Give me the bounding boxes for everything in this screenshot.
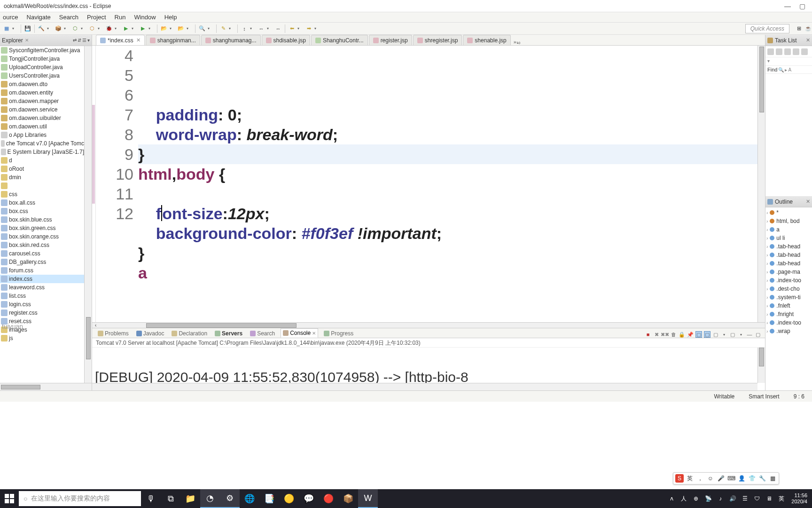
app-icon[interactable]: 🟡 [279, 489, 299, 508]
tray-icon[interactable]: 🖥 [765, 494, 773, 503]
browser-icon[interactable]: 🌐 [240, 489, 259, 508]
tree-item[interactable]: register.css [0, 309, 84, 317]
dropdown-icon[interactable]: ▾ [148, 26, 152, 31]
expand-icon[interactable]: › [766, 244, 768, 249]
editor-tab[interactable]: ShanghuContr... [311, 35, 368, 45]
search-icon[interactable]: 🔍 [778, 67, 784, 72]
tool-icon[interactable] [776, 48, 782, 55]
tab-search[interactable]: Search [248, 329, 277, 338]
dropdown-icon[interactable]: ▾ [187, 26, 190, 31]
outline-item[interactable]: ›html, bod [766, 217, 811, 225]
outline-item[interactable]: ›a [766, 225, 811, 234]
taskbar-clock[interactable]: 11:56 2020/4 [789, 492, 809, 505]
expand-icon[interactable]: › [766, 278, 768, 283]
tray-icon[interactable]: 人 [679, 494, 688, 503]
outline-item[interactable]: ›.index-too [766, 276, 811, 285]
editor-scrollbar-vertical[interactable] [757, 46, 765, 322]
run-icon[interactable]: ▶ [122, 25, 130, 32]
tab-progress[interactable]: Progress [322, 329, 355, 338]
perspective-icon[interactable]: ⊞ [795, 25, 803, 32]
menu-run[interactable]: Run [115, 14, 126, 21]
editor-tab[interactable]: shregister.jsp [413, 35, 462, 45]
tool-icon[interactable]: ✎ [219, 25, 227, 32]
tree-item[interactable]: box.all.css [0, 198, 84, 207]
tree-item[interactable]: om.daowen.mapper [0, 97, 84, 105]
tool-icon[interactable]: ↔ [274, 25, 282, 32]
tree-item[interactable]: UsersController.java [0, 71, 84, 80]
outline-item[interactable]: ›.tab-head [766, 242, 811, 251]
minimize-view-icon[interactable]: — [746, 331, 753, 338]
dropdown-icon[interactable]: ▾ [170, 26, 173, 31]
tool-icon[interactable] [784, 48, 791, 55]
tree-item[interactable]: dmin [0, 173, 84, 182]
remove-all-icon[interactable]: ✖✖ [662, 331, 668, 338]
maximize-view-icon[interactable]: ▢ [755, 331, 761, 338]
tree-item[interactable]: login.css [0, 300, 84, 309]
save-icon[interactable]: 💾 [24, 25, 31, 32]
expand-icon[interactable]: › [766, 329, 768, 334]
ime-lang[interactable]: 英 [686, 474, 694, 483]
tab-problems[interactable]: Problems [96, 329, 131, 338]
outline-tree[interactable]: ›*›html, bod›a›ul li›.tab-head›.tab-head… [765, 207, 812, 390]
tool-icon[interactable]: ⬡ [88, 25, 96, 32]
tree-item[interactable]: om.daowen.uibuilder [0, 114, 84, 122]
ime-voice-icon[interactable]: 🎤 [717, 474, 725, 483]
editor-tab[interactable]: shdisable.jsp [262, 35, 310, 45]
close-icon[interactable]: ✕ [806, 37, 810, 43]
outline-item[interactable]: ›* [766, 208, 811, 217]
new-icon[interactable]: ▦ [3, 25, 10, 32]
ime-logo-icon[interactable]: S [675, 474, 684, 483]
start-button[interactable] [0, 489, 19, 508]
tray-icon[interactable]: 🛡 [753, 494, 761, 503]
tree-item[interactable]: TongjiController.java [0, 55, 84, 63]
tree-item[interactable]: E System Library [JavaSE-1.7] [0, 148, 84, 156]
close-icon[interactable]: ✕ [806, 198, 810, 205]
tree-item[interactable]: js [0, 334, 84, 342]
tool-icon[interactable] [801, 48, 808, 55]
tray-icon[interactable]: ⊕ [692, 494, 700, 503]
dropdown-icon[interactable]: ▾ [132, 26, 135, 31]
code-area[interactable]: padding: 0; word-wrap: break-word; } htm… [138, 46, 757, 322]
dropdown-icon[interactable]: ▾ [229, 26, 233, 31]
tree-item[interactable]: box.skin.red.css [0, 241, 84, 249]
app-taskbar-icon[interactable]: ⚙ [220, 489, 240, 508]
nav-icon[interactable]: ▸ [785, 67, 787, 72]
tree-item[interactable]: box.css [0, 207, 84, 215]
tree-item[interactable]: box.skin.green.css [0, 224, 84, 232]
dropdown-icon[interactable]: ▾ [98, 26, 102, 31]
editor-scrollbar-horizontal[interactable]: ‹ [92, 322, 765, 328]
wechat-icon[interactable]: 💬 [299, 489, 319, 508]
tray-icon[interactable]: ☰ [741, 494, 749, 503]
menu-search[interactable]: Search [59, 14, 78, 21]
search-icon[interactable]: 🔍 [198, 25, 206, 32]
file-explorer-icon[interactable]: 📁 [180, 489, 200, 508]
expand-icon[interactable]: › [766, 286, 768, 292]
tree-item[interactable]: box.skin.blue.css [0, 215, 84, 224]
task-view-icon[interactable]: ⧉ [161, 489, 180, 508]
outline-item[interactable]: ›.fnright [766, 310, 811, 318]
editor-tab[interactable]: shanghumanag... [201, 35, 261, 45]
editor-tab[interactable]: register.jsp [369, 35, 412, 45]
run-ext-icon[interactable]: ▶ [139, 25, 147, 32]
tree-item[interactable]: index.css [0, 275, 84, 283]
tree-item[interactable]: d [0, 156, 84, 165]
filter-icon[interactable]: ☰ [82, 38, 86, 43]
dropdown-icon[interactable]: ▾ [81, 26, 85, 31]
back-icon[interactable]: ⬅ [288, 25, 296, 32]
collapse-icon[interactable]: ⇄ [73, 38, 77, 43]
expand-icon[interactable]: › [766, 303, 768, 309]
tool-icon[interactable]: 📂 [160, 25, 168, 32]
cortana-icon[interactable]: 🎙 [141, 489, 161, 508]
expand-icon[interactable]: › [766, 320, 768, 325]
ime-emoji-icon[interactable]: ☺ [706, 474, 715, 483]
menu-source[interactable]: ource [3, 14, 18, 21]
console-output[interactable]: [DEBUG] 2020-04-09 11:55:52,830(1074958)… [92, 348, 765, 390]
ime-indicator-icon[interactable]: 英 [777, 494, 786, 503]
console-scrollbar-horizontal[interactable] [92, 383, 757, 390]
dropdown-icon[interactable]: ▾ [47, 26, 51, 31]
tray-icon[interactable]: 📡 [704, 494, 712, 503]
tree-item[interactable]: images [0, 325, 84, 334]
menu-window[interactable]: Window [134, 14, 156, 21]
tab-javadoc[interactable]: Javadoc [134, 329, 166, 338]
outline-item[interactable]: ›.wrap [766, 327, 811, 335]
